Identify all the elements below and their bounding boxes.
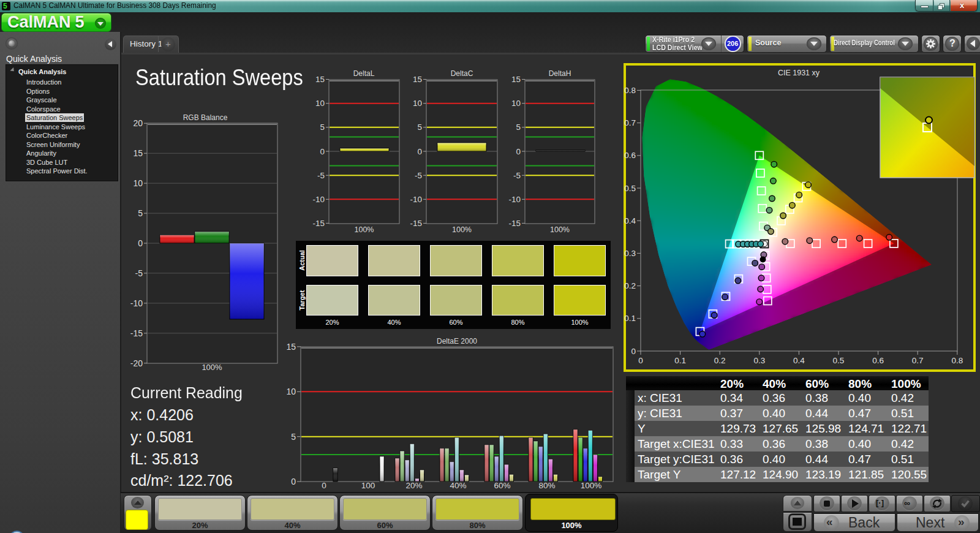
svg-text:DeltaE 2000: DeltaE 2000 bbox=[437, 337, 477, 346]
svg-text:-10: -10 bbox=[508, 195, 521, 204]
svg-text:CIE 1931 xy: CIE 1931 xy bbox=[778, 69, 820, 77]
svg-text:0.6: 0.6 bbox=[872, 356, 884, 365]
svg-text:DeltaC: DeltaC bbox=[451, 69, 473, 78]
svg-text:0: 0 bbox=[138, 238, 143, 248]
svg-text:RGB Balance: RGB Balance bbox=[183, 113, 228, 122]
svg-text:0.7: 0.7 bbox=[624, 118, 636, 127]
svg-text:100%: 100% bbox=[202, 363, 222, 372]
svg-text:5: 5 bbox=[291, 432, 296, 442]
svg-text:0.4: 0.4 bbox=[624, 216, 636, 225]
svg-text:15: 15 bbox=[413, 75, 422, 84]
svg-text:0.1: 0.1 bbox=[624, 314, 636, 323]
svg-text:5: 5 bbox=[516, 123, 521, 132]
svg-text:-15: -15 bbox=[130, 328, 143, 338]
svg-text:15: 15 bbox=[511, 75, 521, 84]
svg-text:15: 15 bbox=[286, 342, 296, 352]
svg-text:0.5: 0.5 bbox=[833, 356, 845, 365]
svg-text:15: 15 bbox=[133, 148, 143, 158]
svg-text:0.6: 0.6 bbox=[624, 151, 636, 160]
svg-text:60%: 60% bbox=[494, 481, 510, 490]
svg-text:-5: -5 bbox=[415, 171, 422, 180]
svg-text:0: 0 bbox=[631, 347, 636, 356]
svg-text:-5: -5 bbox=[135, 268, 143, 278]
svg-text:0: 0 bbox=[322, 481, 326, 490]
svg-text:-15: -15 bbox=[312, 219, 325, 228]
svg-text:0: 0 bbox=[320, 147, 325, 156]
svg-text:100%: 100% bbox=[550, 225, 570, 234]
svg-text:0.3: 0.3 bbox=[624, 249, 636, 258]
svg-text:-15: -15 bbox=[410, 219, 422, 228]
svg-text:-5: -5 bbox=[513, 171, 521, 180]
svg-text:80%: 80% bbox=[538, 481, 555, 490]
svg-text:DeltaH: DeltaH bbox=[549, 69, 571, 78]
svg-text:0: 0 bbox=[417, 147, 422, 156]
svg-text:0.8: 0.8 bbox=[624, 86, 636, 95]
svg-text:100%: 100% bbox=[581, 481, 602, 490]
svg-text:10: 10 bbox=[413, 99, 422, 108]
svg-text:5: 5 bbox=[320, 123, 325, 132]
svg-text:20%: 20% bbox=[405, 481, 422, 490]
svg-text:10: 10 bbox=[286, 387, 296, 396]
svg-text:20: 20 bbox=[133, 118, 143, 128]
svg-text:0.2: 0.2 bbox=[714, 356, 726, 365]
svg-text:0.4: 0.4 bbox=[793, 356, 805, 365]
svg-text:100: 100 bbox=[361, 481, 375, 490]
svg-text:-20: -20 bbox=[130, 358, 143, 368]
svg-text:-10: -10 bbox=[130, 298, 143, 308]
svg-text:-10: -10 bbox=[312, 195, 325, 204]
svg-text:0.8: 0.8 bbox=[951, 356, 963, 365]
svg-text:-5: -5 bbox=[317, 171, 325, 180]
svg-text:0.7: 0.7 bbox=[912, 356, 924, 365]
svg-text:100%: 100% bbox=[355, 225, 374, 234]
svg-text:0.3: 0.3 bbox=[753, 356, 765, 365]
svg-text:15: 15 bbox=[315, 75, 325, 84]
svg-text:10: 10 bbox=[511, 99, 521, 108]
svg-text:-15: -15 bbox=[508, 219, 521, 228]
svg-text:-10: -10 bbox=[410, 195, 422, 204]
svg-text:0.5: 0.5 bbox=[624, 184, 636, 193]
svg-text:40%: 40% bbox=[450, 481, 466, 490]
svg-text:0.1: 0.1 bbox=[674, 356, 686, 365]
svg-text:10: 10 bbox=[133, 178, 143, 188]
svg-text:5: 5 bbox=[138, 208, 143, 218]
svg-text:0: 0 bbox=[291, 477, 296, 486]
svg-text:0.2: 0.2 bbox=[624, 281, 636, 290]
svg-text:100%: 100% bbox=[452, 225, 472, 234]
svg-text:0: 0 bbox=[638, 356, 643, 365]
svg-text:DeltaL: DeltaL bbox=[353, 69, 375, 78]
svg-text:5: 5 bbox=[417, 123, 422, 132]
svg-text:10: 10 bbox=[315, 99, 325, 108]
svg-text:0: 0 bbox=[516, 147, 521, 156]
